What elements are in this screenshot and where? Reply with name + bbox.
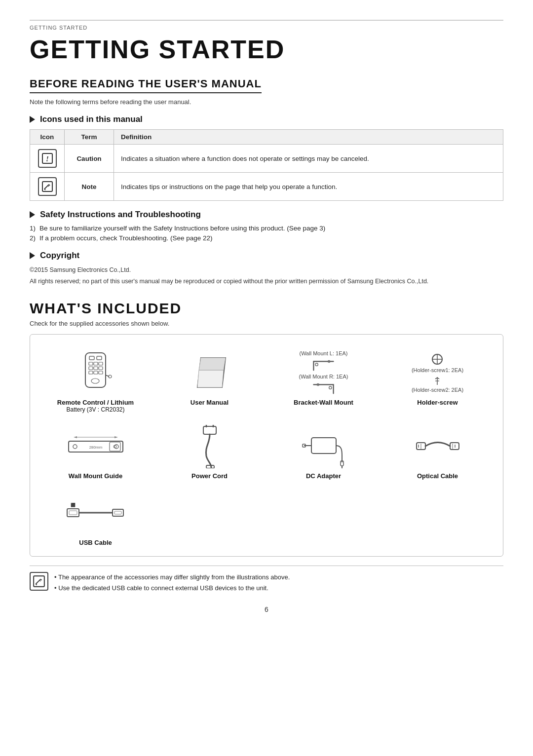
- note-term: Note: [65, 173, 114, 201]
- safety-subsection-title: Safety Instructions and Troubleshooting: [30, 210, 503, 220]
- svg-line-4: [49, 185, 50, 186]
- table-row-caution: ! Caution Indicates a situation where a …: [30, 145, 503, 173]
- usb-cable-image: ⬛: [66, 491, 125, 535]
- before-reading-section: BEFORE READING THE USER'S MANUAL Note th…: [30, 77, 503, 286]
- svg-line-71: [39, 580, 40, 581]
- before-reading-heading: BEFORE READING THE USER'S MANUAL: [30, 77, 262, 93]
- user-manual-image: [190, 350, 229, 395]
- note-block-icon: [30, 572, 48, 591]
- svg-point-36: [73, 445, 77, 449]
- svg-text:!: !: [46, 155, 49, 163]
- note-block-text: The appearance of the accessories may di…: [54, 572, 290, 594]
- accessory-remote-control: Remote Control / Lithium Battery (3V : C…: [40, 346, 151, 415]
- wall-mount-l-label: (Wall Mount L: 1EA): [299, 350, 347, 356]
- svg-marker-40: [74, 436, 77, 438]
- svg-rect-44: [203, 426, 216, 434]
- svg-rect-61: [69, 511, 77, 515]
- svg-rect-57: [450, 443, 459, 450]
- svg-rect-19: [99, 371, 103, 374]
- user-manual-label: User Manual: [190, 399, 228, 406]
- svg-rect-18: [94, 371, 98, 374]
- accessory-usb-cable: ⬛ USB Cable: [40, 487, 151, 548]
- safety-item-2: 2) If a problem occurs, check Troublesho…: [30, 234, 503, 242]
- caution-icon: !: [38, 149, 57, 168]
- svg-rect-11: [89, 362, 93, 365]
- accessory-dc-adapter: DC Adapter: [268, 420, 379, 482]
- accessories-box: Remote Control / Lithium Battery (3V : C…: [30, 334, 503, 557]
- svg-line-68: [40, 579, 41, 580]
- svg-line-70: [36, 583, 37, 584]
- caution-term: Caution: [65, 145, 114, 173]
- power-cord-label: Power Cord: [191, 472, 228, 480]
- note-item-2: Use the dedicated USB cable to connect e…: [54, 583, 290, 594]
- triangle-icon-2: [30, 211, 35, 218]
- power-cord-image: [192, 424, 227, 468]
- copyright-line-1: ©2015 Samsung Electronics Co.,Ltd.: [30, 265, 503, 275]
- table-header-definition: Definition: [114, 130, 503, 145]
- svg-marker-25: [199, 358, 226, 370]
- remote-control-label: Remote Control / Lithium: [57, 399, 134, 406]
- svg-rect-12: [94, 362, 98, 365]
- remote-control-image: [79, 350, 112, 395]
- wall-mount-guide-image: 280mm: [66, 424, 125, 468]
- svg-rect-14: [89, 367, 93, 370]
- svg-rect-10: [97, 356, 102, 360]
- svg-rect-17: [89, 371, 93, 374]
- copyright-block: ©2015 Samsung Electronics Co.,Ltd. All r…: [30, 265, 503, 286]
- svg-rect-8: [85, 353, 106, 387]
- copyright-subsection-title: Copyright: [30, 251, 503, 261]
- svg-rect-64: [114, 511, 121, 514]
- icons-table: Icon Term Definition ! Caution Indicates…: [30, 129, 503, 201]
- svg-rect-16: [99, 367, 103, 370]
- accessory-wall-mount-guide: 280mm Wall Mount Guide: [40, 420, 151, 482]
- svg-rect-15: [94, 367, 98, 370]
- wall-mount-guide-label: Wall Mount Guide: [69, 472, 122, 480]
- holder-screw-image: (Holder-screw1: 2EA) (Holder-screw2: 2EA…: [412, 350, 463, 395]
- triangle-icon: [30, 116, 35, 123]
- caution-definition: Indicates a situation where a function d…: [114, 145, 503, 173]
- safety-list: 1) Be sure to familiarize yourself with …: [30, 225, 503, 242]
- svg-point-20: [91, 378, 99, 383]
- whats-included-heading: WHAT'S INCLUDED: [30, 300, 503, 317]
- wall-mount-r-label: (Wall Mount R: 1EA): [299, 374, 348, 379]
- svg-text:⬛: ⬛: [71, 502, 76, 507]
- svg-rect-63: [113, 509, 123, 516]
- optical-cable-image: [416, 424, 460, 468]
- accessory-bracket: (Wall Mount L: 1EA) (Wall Mount R: 1EA): [268, 346, 379, 415]
- usb-cable-label: USB Cable: [79, 539, 112, 546]
- holder-screw-label: Holder-screw: [417, 399, 457, 406]
- icons-subsection-title: Icons used in this manual: [30, 114, 503, 124]
- whats-included-subtitle: Check for the supplied accessories shown…: [30, 320, 503, 327]
- safety-item-1: 1) Be sure to familiarize yourself with …: [30, 225, 503, 232]
- svg-rect-13: [99, 362, 103, 365]
- svg-point-26: [315, 363, 318, 366]
- table-row-note: Note Indicates tips or instructions on t…: [30, 173, 503, 201]
- dc-adapter-label: DC Adapter: [306, 472, 341, 480]
- dc-adapter-image: [302, 424, 346, 468]
- svg-rect-48: [311, 438, 336, 454]
- copyright-line-2: All rights reserved; no part of this use…: [30, 277, 503, 286]
- note-icon: [38, 177, 57, 196]
- svg-line-6: [44, 188, 45, 189]
- svg-line-7: [48, 186, 49, 187]
- note-block: The appearance of the accessories may di…: [30, 566, 503, 594]
- svg-marker-24: [197, 370, 224, 387]
- page-number: 6: [30, 605, 503, 613]
- svg-point-28: [329, 386, 332, 389]
- triangle-icon-3: [30, 252, 35, 259]
- svg-line-69: [36, 584, 37, 585]
- optical-cable-label: Optical Cable: [417, 472, 458, 480]
- page-title: GETTING STARTED: [30, 36, 503, 64]
- accessory-holder-screw: (Holder-screw1: 2EA) (Holder-screw2: 2EA…: [382, 346, 493, 415]
- svg-rect-9: [89, 356, 94, 360]
- breadcrumb: Getting Started: [30, 20, 503, 31]
- svg-text:280mm: 280mm: [89, 445, 102, 450]
- holder-screw1-label: (Holder-screw1: 2EA): [412, 367, 463, 373]
- note-item-1: The appearance of the accessories may di…: [54, 572, 290, 583]
- caution-icon-cell: !: [30, 145, 65, 173]
- note-icon-cell: [30, 173, 65, 201]
- accessory-user-manual: User Manual: [154, 346, 265, 415]
- accessories-grid: Remote Control / Lithium Battery (3V : C…: [40, 346, 493, 548]
- remote-control-sublabel: Battery (3V : CR2032): [66, 406, 124, 413]
- svg-marker-41: [114, 436, 118, 438]
